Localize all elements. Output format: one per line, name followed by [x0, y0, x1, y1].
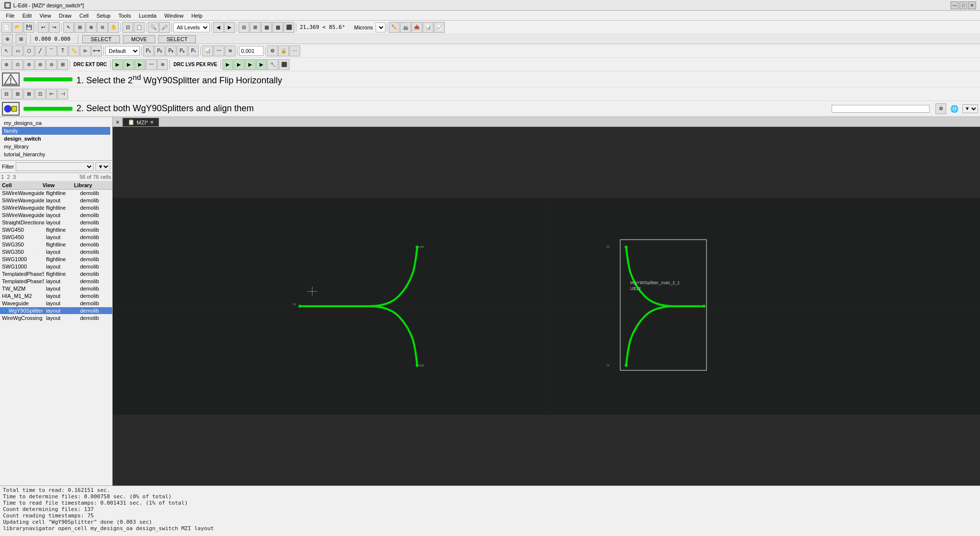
lock-btn[interactable]: 🔒	[278, 46, 289, 56]
draw-text[interactable]: T	[57, 46, 68, 56]
select-btn[interactable]: ↖	[63, 22, 74, 33]
tool6-btn[interactable]: ⊞	[57, 59, 68, 70]
draw-sel[interactable]: ↖	[1, 46, 12, 56]
tool1-btn[interactable]: ⊛	[1, 59, 12, 70]
pan-btn[interactable]: ✋	[108, 22, 119, 33]
select-mode-btn-2[interactable]: SELECT	[158, 35, 196, 43]
default-dropdown[interactable]: Default	[105, 46, 140, 56]
cell-row[interactable]: SiWireWaveguideTempl...layoutdemolib	[0, 212, 112, 219]
value-input[interactable]	[239, 46, 263, 56]
align4-btn[interactable]: ⊡	[35, 89, 46, 99]
menu-view[interactable]: View	[36, 12, 55, 20]
lvs-cfg[interactable]: ⬛	[279, 59, 289, 70]
page-1[interactable]: 1	[1, 174, 4, 180]
sim2-btn[interactable]: ≋	[157, 59, 168, 70]
undo-button[interactable]: ↩	[38, 22, 48, 33]
draw-measure[interactable]: 📏	[69, 46, 79, 56]
move-mode-btn[interactable]: MOVE	[123, 35, 155, 43]
lvs-run2[interactable]: ▶	[234, 59, 244, 70]
tool2-btn[interactable]: ⊙	[12, 59, 23, 70]
menu-setup[interactable]: Setup	[93, 12, 115, 20]
grid1-btn[interactable]: ⊟	[239, 22, 249, 33]
draw-port[interactable]: ⊳	[80, 46, 91, 56]
lib-item-tutorial[interactable]: tutorial_hierarchy	[2, 150, 110, 158]
align5-btn[interactable]: ⊢	[46, 89, 57, 99]
new-button[interactable]: 📄	[1, 22, 12, 33]
grid-snap-btn[interactable]: ⊞	[16, 34, 26, 45]
draw-rect[interactable]: ▭	[12, 46, 23, 56]
print-btn[interactable]: 🖨️	[400, 22, 411, 33]
lib-item-my-designs[interactable]: my_designs_oa	[2, 119, 110, 127]
align1-btn[interactable]: ⊟	[1, 89, 12, 99]
settings-btn[interactable]: ⚙	[267, 46, 278, 56]
level-dropdown[interactable]: All Levels	[173, 23, 210, 32]
tool3-btn[interactable]: ⊚	[24, 59, 34, 70]
page-3[interactable]: 3	[13, 174, 16, 180]
save-button[interactable]: 💾	[24, 22, 34, 33]
drc-run2[interactable]: ▶	[123, 59, 134, 70]
menu-tools[interactable]: Tools	[115, 12, 135, 20]
lvs-tool[interactable]: 🔧	[267, 59, 278, 70]
lib-item-design-switch[interactable]: design_switch	[2, 135, 110, 143]
cell-row[interactable]: TemplatedPhaseShifter...layoutdemolib	[0, 278, 112, 285]
cell-row[interactable]: SWG350layoutdemolib	[0, 248, 112, 256]
prop-btn[interactable]: ✏️	[389, 22, 400, 33]
paste-btn[interactable]: 📋	[134, 22, 144, 33]
export2-btn[interactable]: 📊	[423, 22, 433, 33]
search-btn[interactable]: 🔍	[148, 22, 159, 33]
filter-type-dropdown[interactable]	[16, 162, 94, 171]
wave2-btn[interactable]: ≋	[225, 46, 236, 56]
drc-run3[interactable]: ▶	[135, 59, 145, 70]
draw-line[interactable]: ╱	[35, 46, 46, 56]
zoom-out[interactable]: ⊖	[97, 22, 108, 33]
zoom-fit[interactable]: ⊞	[74, 22, 85, 33]
grid5-btn[interactable]: ⬛	[284, 22, 294, 33]
align6-btn[interactable]: ⊣	[57, 89, 68, 99]
editor-tab-mzi[interactable]: 📋 MZI* ✕	[122, 118, 159, 126]
draw-ruler[interactable]: ⟷	[91, 46, 102, 56]
cell-row[interactable]: SiWireWaveguideTempl...flightlinedemolib	[0, 204, 112, 212]
title-bar-right[interactable]: — □ ✕	[951, 1, 976, 9]
unit-dropdown[interactable]: ▼	[376, 23, 385, 32]
tool4-btn[interactable]: ⊜	[35, 59, 46, 70]
tool5-btn[interactable]: ⊝	[46, 59, 57, 70]
cell-row[interactable]: SWG450flightlinedemolib	[0, 226, 112, 234]
cell-row[interactable]: Waveguidelayoutdemolib	[0, 300, 112, 307]
close-button[interactable]: ✕	[968, 1, 976, 9]
redo-button[interactable]: ↪	[49, 22, 60, 33]
snap-btn[interactable]: ⊕	[2, 34, 13, 45]
tab-close-panel[interactable]: ✕	[113, 118, 122, 126]
canvas-area[interactable]: Ⅰn out out	[113, 127, 980, 486]
cell-row[interactable]: SWG350flightlinedemolib	[0, 241, 112, 248]
lvs-run3[interactable]: ▶	[245, 59, 256, 70]
p3-btn[interactable]: P₃	[166, 46, 176, 56]
more-btn[interactable]: ⋯	[289, 46, 300, 56]
banner-dropdown[interactable]: ▼	[962, 104, 978, 113]
tab-close-mzi[interactable]: ✕	[150, 120, 154, 125]
menu-help[interactable]: Help	[188, 12, 207, 20]
menu-draw[interactable]: Draw	[55, 12, 75, 20]
maximize-button[interactable]: □	[959, 1, 967, 9]
cell-row[interactable]: TW_MZMlayoutdemolib	[0, 285, 112, 292]
select-mode-btn-1[interactable]: SELECT	[82, 35, 120, 43]
nav-fwd[interactable]: ▶	[224, 22, 235, 33]
menu-cell[interactable]: Cell	[75, 12, 93, 20]
draw-arc[interactable]: ⌒	[46, 46, 57, 56]
open-button[interactable]: 📂	[12, 22, 23, 33]
p1-btn[interactable]: P₁	[143, 46, 154, 56]
copy-btn[interactable]: ⊡	[122, 22, 133, 33]
lvs-run4[interactable]: ▶	[256, 59, 267, 70]
banner-settings[interactable]: ⚙	[935, 103, 946, 114]
lvs-run1[interactable]: ▶	[222, 59, 233, 70]
cell-row[interactable]: StraightDirectionalCoup...layoutdemolib	[0, 219, 112, 226]
p2-btn[interactable]: P₂	[154, 46, 165, 56]
page-2[interactable]: 2	[7, 174, 10, 180]
wave-btn[interactable]: 〰	[214, 46, 224, 56]
lib-item-family[interactable]: family	[2, 127, 110, 135]
menu-window[interactable]: Window	[161, 12, 188, 20]
zoom-in[interactable]: ⊕	[86, 22, 96, 33]
draw-poly[interactable]: ⬡	[24, 46, 34, 56]
export3-btn[interactable]: 📈	[434, 22, 445, 33]
grid4-btn[interactable]: ▩	[272, 22, 283, 33]
menu-edit[interactable]: Edit	[19, 12, 36, 20]
